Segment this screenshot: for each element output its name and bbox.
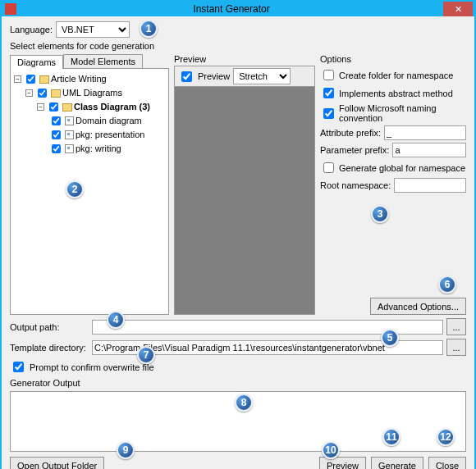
open-output-folder-button[interactable]: Open Output Folder [10, 457, 104, 469]
cb-item[interactable] [52, 144, 61, 153]
template-dir-label: Template directory: [10, 343, 89, 353]
window: Instant Generator ✕ Language: VB.NET Sel… [0, 0, 476, 469]
cb-implements[interactable] [323, 88, 334, 98]
cb-follow-ms[interactable] [323, 108, 334, 119]
left-pane: Diagrams Model Elements − Article Writin… [10, 54, 169, 315]
cb-item[interactable] [52, 130, 61, 139]
diagram-icon [65, 116, 74, 125]
preview-title: Preview [174, 54, 315, 64]
tree-uml-label: UML Diagrams [62, 87, 122, 99]
preview-button[interactable]: Preview [319, 457, 366, 469]
root-ns-label: Root namespace: [320, 180, 391, 190]
template-browse-button[interactable]: ... [446, 339, 466, 356]
tree-item-label: pkg: writing [76, 143, 121, 155]
output-path-input[interactable] [92, 320, 443, 335]
close-button[interactable]: Close [428, 457, 466, 469]
tree-item-label: Domain diagram [76, 115, 142, 127]
select-elements-label: Select elements for code generation [10, 41, 466, 51]
preview-mode-select[interactable]: Stretch [233, 68, 291, 84]
preview-checkbox-label: Preview [198, 71, 230, 81]
output-path-label: Output path: [10, 322, 89, 332]
diagram-icon [65, 144, 74, 153]
tree-classdiag-label: Class Diagram (3) [74, 101, 150, 113]
root-ns-input[interactable] [394, 178, 466, 193]
language-label: Language: [10, 25, 53, 34]
collapse-icon[interactable]: − [37, 103, 44, 111]
collapse-icon[interactable]: − [14, 75, 21, 83]
options-title: Options [320, 54, 466, 64]
preview-pane: Preview Preview Stretch [174, 54, 315, 315]
cb-prompt-overwrite[interactable] [13, 362, 24, 372]
collapse-icon[interactable]: − [25, 89, 33, 97]
options-pane: Options Create folder for namespace Impl… [320, 54, 466, 315]
generator-output-area [10, 391, 466, 452]
cb-gen-global[interactable] [323, 162, 334, 173]
tree-root-label: Article Writing [51, 73, 107, 85]
opt-gen-global: Generate global for namespace [339, 163, 465, 173]
generator-output-label: Generator Output [10, 378, 466, 388]
window-title: Instant Generator [20, 3, 443, 15]
attr-prefix-label: Attribute prefix: [320, 128, 381, 138]
generate-button[interactable]: Generate [371, 457, 423, 469]
content: Language: VB.NET Select elements for cod… [2, 16, 474, 469]
template-dir-input[interactable] [92, 340, 443, 355]
titlebar: Instant Generator ✕ [2, 2, 474, 16]
app-icon [5, 3, 16, 15]
folder-icon [39, 75, 49, 84]
opt-follow-ms: Follow Microsoft naming convention [339, 103, 466, 123]
opt-create-folder: Create folder for namespace [339, 71, 453, 80]
folder-icon [51, 89, 61, 98]
cb-uml[interactable] [38, 89, 47, 98]
opt-implements: Implements abstract method [339, 89, 453, 98]
folder-icon [62, 103, 72, 112]
language-select[interactable]: VB.NET [56, 21, 130, 38]
param-prefix-input[interactable] [392, 143, 466, 157]
cb-item[interactable] [52, 116, 61, 125]
output-browse-button[interactable]: ... [446, 318, 466, 335]
cb-root[interactable] [26, 75, 35, 84]
advanced-options-button[interactable]: Advanced Options... [370, 298, 466, 315]
cb-classdiag[interactable] [49, 102, 58, 112]
tab-diagrams[interactable]: Diagrams [10, 55, 63, 69]
prompt-overwrite-label: Prompt to confirm overwrite file [30, 362, 154, 372]
attr-prefix-input[interactable] [384, 125, 466, 140]
tree-item-label: pkg: presentation [76, 129, 144, 141]
tree-box[interactable]: − Article Writing − [10, 68, 169, 315]
param-prefix-label: Parameter prefix: [320, 145, 389, 155]
tab-model-elements[interactable]: Model Elements [63, 54, 143, 68]
diagram-icon [65, 130, 74, 139]
preview-checkbox[interactable] [181, 71, 192, 82]
close-icon[interactable]: ✕ [443, 2, 473, 16]
preview-area [174, 86, 315, 315]
cb-create-folder[interactable] [323, 70, 334, 80]
